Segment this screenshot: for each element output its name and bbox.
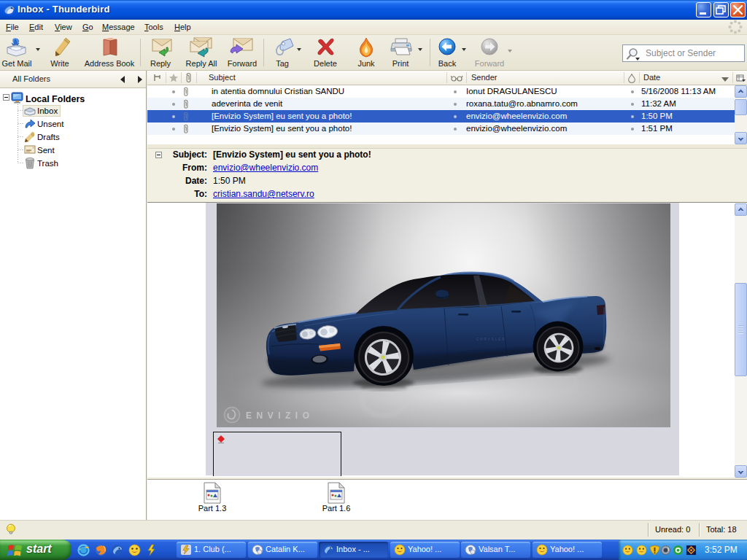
svg-text:ENVIZIO: ENVIZIO bbox=[246, 411, 314, 421]
